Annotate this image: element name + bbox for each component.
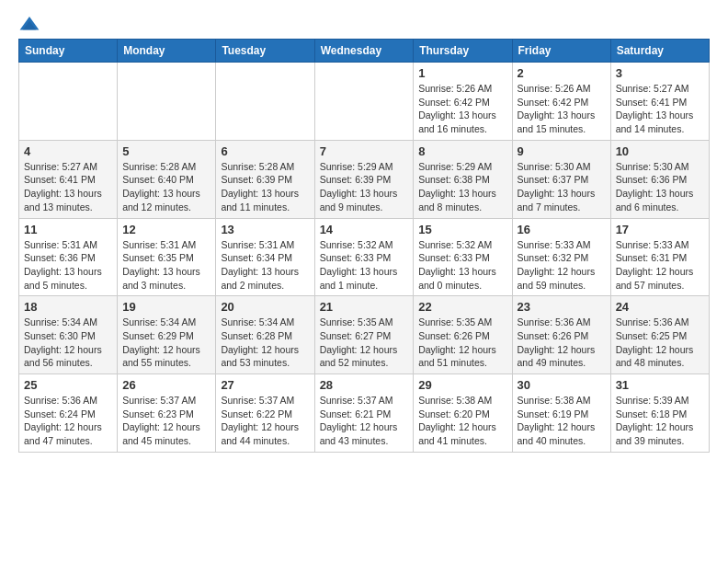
- day-info: Sunrise: 5:34 AM Sunset: 6:29 PM Dayligh…: [122, 316, 210, 370]
- calendar-cell: [118, 63, 216, 141]
- day-number: 1: [418, 66, 506, 80]
- calendar-cell: 1Sunrise: 5:26 AM Sunset: 6:42 PM Daylig…: [414, 63, 512, 141]
- day-number: 2: [518, 66, 606, 80]
- calendar-cell: 12Sunrise: 5:31 AM Sunset: 6:35 PM Dayli…: [118, 218, 216, 296]
- calendar-cell: 28Sunrise: 5:37 AM Sunset: 6:21 PM Dayli…: [314, 374, 414, 453]
- calendar-cell: 7Sunrise: 5:29 AM Sunset: 6:39 PM Daylig…: [314, 140, 414, 218]
- day-number: 8: [418, 144, 506, 158]
- calendar-table: SundayMondayTuesdayWednesdayThursdayFrid…: [18, 39, 710, 453]
- calendar-cell: 27Sunrise: 5:37 AM Sunset: 6:22 PM Dayli…: [216, 374, 314, 453]
- header-row: SundayMondayTuesdayWednesdayThursdayFrid…: [19, 40, 710, 63]
- calendar-cell: 14Sunrise: 5:32 AM Sunset: 6:33 PM Dayli…: [314, 218, 414, 296]
- header-friday: Friday: [512, 40, 610, 63]
- header-tuesday: Tuesday: [216, 40, 314, 63]
- calendar-cell: 2Sunrise: 5:26 AM Sunset: 6:42 PM Daylig…: [512, 63, 610, 141]
- day-number: 20: [221, 300, 309, 314]
- calendar-cell: 5Sunrise: 5:28 AM Sunset: 6:40 PM Daylig…: [118, 140, 216, 218]
- week-row-4: 25Sunrise: 5:36 AM Sunset: 6:24 PM Dayli…: [19, 374, 710, 453]
- day-info: Sunrise: 5:32 AM Sunset: 6:33 PM Dayligh…: [418, 238, 506, 293]
- calendar-cell: [216, 63, 314, 141]
- calendar-cell: 9Sunrise: 5:30 AM Sunset: 6:37 PM Daylig…: [512, 140, 610, 218]
- day-info: Sunrise: 5:28 AM Sunset: 6:39 PM Dayligh…: [221, 160, 309, 214]
- header-monday: Monday: [118, 40, 216, 63]
- day-info: Sunrise: 5:37 AM Sunset: 6:22 PM Dayligh…: [221, 394, 309, 448]
- day-number: 11: [24, 223, 112, 236]
- week-row-2: 11Sunrise: 5:31 AM Sunset: 6:36 PM Dayli…: [19, 218, 710, 296]
- day-number: 12: [122, 223, 210, 236]
- day-info: Sunrise: 5:32 AM Sunset: 6:33 PM Dayligh…: [320, 238, 409, 293]
- day-number: 22: [418, 300, 506, 314]
- calendar-cell: [314, 63, 414, 141]
- calendar-cell: 22Sunrise: 5:35 AM Sunset: 6:26 PM Dayli…: [414, 296, 512, 374]
- day-number: 25: [24, 378, 112, 392]
- calendar-cell: 13Sunrise: 5:31 AM Sunset: 6:34 PM Dayli…: [216, 218, 314, 296]
- day-info: Sunrise: 5:37 AM Sunset: 6:23 PM Dayligh…: [122, 394, 210, 448]
- day-number: 17: [616, 223, 704, 236]
- day-number: 21: [320, 300, 409, 314]
- calendar-cell: 4Sunrise: 5:27 AM Sunset: 6:41 PM Daylig…: [19, 140, 118, 218]
- day-info: Sunrise: 5:28 AM Sunset: 6:40 PM Dayligh…: [122, 160, 210, 214]
- day-info: Sunrise: 5:30 AM Sunset: 6:37 PM Dayligh…: [518, 160, 606, 214]
- calendar-cell: 11Sunrise: 5:31 AM Sunset: 6:36 PM Dayli…: [19, 218, 118, 296]
- header-thursday: Thursday: [414, 40, 512, 63]
- day-info: Sunrise: 5:34 AM Sunset: 6:28 PM Dayligh…: [221, 316, 309, 370]
- calendar-cell: 31Sunrise: 5:39 AM Sunset: 6:18 PM Dayli…: [610, 374, 709, 453]
- week-row-3: 18Sunrise: 5:34 AM Sunset: 6:30 PM Dayli…: [19, 296, 710, 374]
- calendar-cell: 29Sunrise: 5:38 AM Sunset: 6:20 PM Dayli…: [414, 374, 512, 453]
- day-info: Sunrise: 5:38 AM Sunset: 6:20 PM Dayligh…: [418, 394, 506, 448]
- day-number: 19: [122, 300, 210, 314]
- calendar-cell: 20Sunrise: 5:34 AM Sunset: 6:28 PM Dayli…: [216, 296, 314, 374]
- header-wednesday: Wednesday: [314, 40, 414, 63]
- day-info: Sunrise: 5:35 AM Sunset: 6:27 PM Dayligh…: [320, 316, 409, 370]
- day-number: 7: [320, 144, 409, 158]
- day-number: 23: [518, 300, 606, 314]
- header: [18, 15, 710, 33]
- calendar-cell: 18Sunrise: 5:34 AM Sunset: 6:30 PM Dayli…: [19, 296, 118, 374]
- day-number: 5: [122, 144, 210, 158]
- calendar-body: 1Sunrise: 5:26 AM Sunset: 6:42 PM Daylig…: [19, 63, 710, 453]
- calendar-cell: 24Sunrise: 5:36 AM Sunset: 6:25 PM Dayli…: [610, 296, 709, 374]
- header-sunday: Sunday: [19, 40, 118, 63]
- day-number: 27: [221, 378, 309, 392]
- day-number: 4: [24, 144, 112, 158]
- day-number: 18: [24, 300, 112, 314]
- day-number: 13: [221, 223, 309, 236]
- calendar-cell: 8Sunrise: 5:29 AM Sunset: 6:38 PM Daylig…: [414, 140, 512, 218]
- day-info: Sunrise: 5:29 AM Sunset: 6:38 PM Dayligh…: [418, 160, 506, 214]
- calendar-cell: 26Sunrise: 5:37 AM Sunset: 6:23 PM Dayli…: [118, 374, 216, 453]
- day-number: 14: [320, 223, 409, 236]
- logo-icon: [18, 15, 40, 33]
- week-row-0: 1Sunrise: 5:26 AM Sunset: 6:42 PM Daylig…: [19, 63, 710, 141]
- day-info: Sunrise: 5:29 AM Sunset: 6:39 PM Dayligh…: [320, 160, 409, 214]
- day-info: Sunrise: 5:35 AM Sunset: 6:26 PM Dayligh…: [418, 316, 506, 370]
- day-info: Sunrise: 5:26 AM Sunset: 6:42 PM Dayligh…: [518, 82, 606, 136]
- calendar-cell: 23Sunrise: 5:36 AM Sunset: 6:26 PM Dayli…: [512, 296, 610, 374]
- day-info: Sunrise: 5:36 AM Sunset: 6:25 PM Dayligh…: [616, 316, 704, 370]
- calendar-cell: 16Sunrise: 5:33 AM Sunset: 6:32 PM Dayli…: [512, 218, 610, 296]
- day-info: Sunrise: 5:33 AM Sunset: 6:31 PM Dayligh…: [616, 238, 704, 293]
- day-info: Sunrise: 5:31 AM Sunset: 6:34 PM Dayligh…: [221, 238, 309, 293]
- day-number: 30: [518, 378, 606, 392]
- week-row-1: 4Sunrise: 5:27 AM Sunset: 6:41 PM Daylig…: [19, 140, 710, 218]
- day-info: Sunrise: 5:31 AM Sunset: 6:35 PM Dayligh…: [122, 238, 210, 293]
- day-info: Sunrise: 5:38 AM Sunset: 6:19 PM Dayligh…: [518, 394, 606, 448]
- calendar-cell: 17Sunrise: 5:33 AM Sunset: 6:31 PM Dayli…: [610, 218, 709, 296]
- day-info: Sunrise: 5:31 AM Sunset: 6:36 PM Dayligh…: [24, 238, 112, 293]
- day-info: Sunrise: 5:36 AM Sunset: 6:24 PM Dayligh…: [24, 394, 112, 448]
- day-info: Sunrise: 5:39 AM Sunset: 6:18 PM Dayligh…: [616, 394, 704, 448]
- day-number: 16: [518, 223, 606, 236]
- calendar-cell: 15Sunrise: 5:32 AM Sunset: 6:33 PM Dayli…: [414, 218, 512, 296]
- calendar-cell: [19, 63, 118, 141]
- logo: [18, 15, 44, 33]
- day-info: Sunrise: 5:30 AM Sunset: 6:36 PM Dayligh…: [616, 160, 704, 214]
- day-info: Sunrise: 5:37 AM Sunset: 6:21 PM Dayligh…: [320, 394, 409, 448]
- day-number: 28: [320, 378, 409, 392]
- day-info: Sunrise: 5:36 AM Sunset: 6:26 PM Dayligh…: [518, 316, 606, 370]
- calendar-header: SundayMondayTuesdayWednesdayThursdayFrid…: [19, 40, 710, 63]
- day-number: 10: [616, 144, 704, 158]
- day-number: 24: [616, 300, 704, 314]
- calendar-cell: 30Sunrise: 5:38 AM Sunset: 6:19 PM Dayli…: [512, 374, 610, 453]
- day-number: 26: [122, 378, 210, 392]
- calendar-cell: 21Sunrise: 5:35 AM Sunset: 6:27 PM Dayli…: [314, 296, 414, 374]
- calendar-cell: 6Sunrise: 5:28 AM Sunset: 6:39 PM Daylig…: [216, 140, 314, 218]
